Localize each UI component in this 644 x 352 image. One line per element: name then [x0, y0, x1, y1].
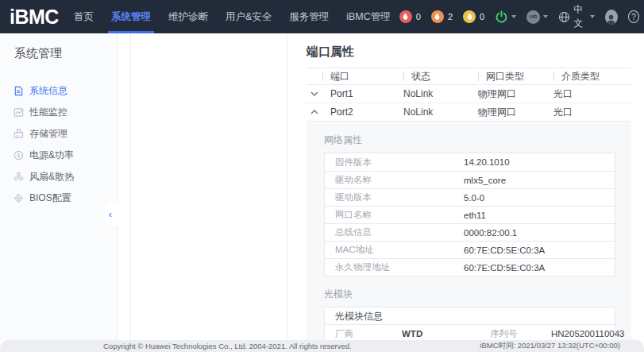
prop-value: 0000:82:00.1: [464, 228, 615, 238]
sidebar-item-performance[interactable]: 性能监控: [0, 102, 117, 123]
vendor-label: 厂商: [325, 328, 402, 340]
document-icon: [13, 86, 24, 96]
power-circle-icon: [13, 150, 24, 161]
line-chart-icon: [13, 107, 24, 118]
sidebar-item-system-info[interactable]: 系统信息: [0, 80, 117, 102]
column-header-status: 状态: [403, 70, 478, 83]
port-media: 光口: [553, 106, 631, 119]
major-alarm-button[interactable]: 2: [431, 10, 453, 23]
network-props-title: 网络属性: [324, 133, 615, 147]
prop-value: mlx5_core: [464, 176, 615, 185]
port-type: 物理网口: [478, 87, 553, 101]
nav-ibmc-management[interactable]: iBMC管理: [337, 0, 399, 33]
gear-icon: [13, 193, 24, 203]
network-props-table: 固件版本 14.20.1010 驱动名称 mlx5_core 驱动版本 5.0-…: [324, 153, 615, 277]
sidebar-item-label: 系统信息: [29, 84, 67, 98]
column-header-media-type: 介质类型: [553, 70, 631, 83]
sidebar-item-label: 风扇&散热: [29, 170, 74, 184]
major-alarm-count: 2: [448, 12, 453, 21]
port-media: 光口: [553, 87, 631, 101]
chevron-down-icon: [511, 15, 516, 18]
prop-value: 60:7E:CD:5E:C0:3A: [464, 263, 615, 273]
sidebar-item-power[interactable]: 电源&功率: [0, 145, 117, 166]
ibmc-time-label: iBMC时间:: [480, 341, 515, 350]
sidebar-item-bios[interactable]: BIOS配置: [0, 188, 117, 209]
ibmc-time-value: 2021/03/27 13:32(UTC+00:00): [518, 341, 620, 350]
port-table-header: 端口 状态 网口类型 介质类型: [307, 68, 631, 85]
prop-label: 驱动版本: [325, 191, 464, 203]
nav-service-management[interactable]: 服务管理: [280, 0, 337, 33]
serial-value: HN205200110043: [551, 329, 625, 338]
chevron-down-icon: [310, 91, 318, 96]
column-header-port-type: 网口类型: [478, 70, 553, 83]
column-header-port: 端口: [322, 70, 403, 83]
sidebar: 系统管理 系统信息 性能监控 存储管理: [0, 33, 118, 340]
page-title: 端口属性: [307, 44, 631, 60]
chevron-down-icon: [543, 15, 548, 18]
port-properties-panel: 端口属性 端口 状态 网口类型 介质类型 Port1 NoLink 物理网口 光…: [294, 33, 644, 340]
critical-alarm-button[interactable]: 0: [399, 10, 421, 23]
prop-row-mac-address: MAC地址 60:7E:CD:5E:C0:3A: [325, 241, 615, 258]
secondary-panel: [130, 33, 287, 340]
prop-label: 固件版本: [325, 157, 464, 168]
globe-icon: [558, 11, 570, 23]
port-name: Port2: [322, 106, 403, 118]
top-navbar: iBMC 首页 系统管理 维护诊断 用户&安全 服务管理 iBMC管理 0 2: [0, 0, 644, 33]
help-button[interactable]: ?: [628, 10, 639, 23]
prop-label: 驱动名称: [325, 174, 464, 186]
prop-value: eth11: [464, 211, 615, 220]
critical-alarm-icon: [399, 10, 412, 23]
user-avatar[interactable]: [605, 10, 618, 25]
language-selector[interactable]: 中文: [558, 3, 595, 30]
sidebar-item-label: 性能监控: [29, 106, 67, 119]
vendor-value: WTD: [402, 329, 480, 338]
optical-module-title: 光模块: [324, 288, 615, 301]
prop-value: 60:7E:CD:5E:C0:3A: [464, 246, 615, 255]
nav-maintenance-diagnostics[interactable]: 维护诊断: [160, 0, 217, 33]
nav-user-security[interactable]: 用户&安全: [217, 0, 280, 33]
uid-control-dropdown[interactable]: UID: [526, 10, 548, 24]
storage-icon: [13, 129, 24, 139]
sidebar-item-fans[interactable]: 风扇&散热: [0, 166, 117, 188]
serial-label: 序列号: [480, 328, 551, 340]
major-alarm-icon: [431, 10, 444, 23]
prop-row-bus-info: 总线信息 0000:82:00.1: [325, 223, 615, 241]
optical-module-subheader: 光模块信息: [325, 308, 615, 325]
table-row-port2[interactable]: Port2 NoLink 物理网口 光口: [307, 103, 631, 122]
ibmc-logo[interactable]: iBMC: [10, 0, 59, 33]
chevron-left-icon: ‹: [109, 208, 112, 220]
uid-icon: UID: [526, 10, 540, 24]
prop-label: 网口名称: [325, 209, 464, 221]
topbar-actions: 0 2 0: [399, 3, 639, 30]
prop-label: MAC地址: [325, 244, 464, 256]
prop-row-driver-name: 驱动名称 mlx5_core: [325, 171, 615, 188]
sidebar-collapse-button[interactable]: ‹: [103, 201, 118, 226]
sidebar-menu: 系统信息 性能监控 存储管理 电源&功率: [0, 80, 117, 209]
optical-module-table: 光模块信息 厂商 WTD 序列号 HN205200110043: [324, 307, 615, 340]
prop-value: 5.0-0: [464, 193, 615, 203]
nav-home[interactable]: 首页: [65, 0, 102, 33]
power-control-dropdown[interactable]: [495, 10, 516, 24]
port-name: Port1: [322, 88, 403, 99]
optical-module-row: 厂商 WTD 序列号 HN205200110043: [325, 325, 615, 340]
language-label: 中文: [573, 3, 587, 30]
port-type: 物理网口: [478, 106, 553, 119]
footer: Copyright © Huawei Technologies Co., Ltd…: [0, 340, 644, 352]
critical-alarm-count: 0: [416, 12, 421, 21]
sidebar-item-storage[interactable]: 存储管理: [0, 123, 117, 145]
chevron-up-icon: [310, 110, 318, 114]
copyright-text: Copyright © Huawei Technologies Co., Ltd…: [103, 342, 352, 350]
main-nav: 首页 系统管理 维护诊断 用户&安全 服务管理 iBMC管理: [65, 0, 399, 33]
prop-row-permanent-mac: 永久物理地址 60:7E:CD:5E:C0:3A: [325, 258, 615, 276]
question-mark-icon: ?: [631, 13, 636, 21]
prop-row-firmware: 固件版本 14.20.1010: [325, 153, 615, 171]
nav-system-management[interactable]: 系统管理: [102, 0, 160, 33]
table-row-port1[interactable]: Port1 NoLink 物理网口 光口: [307, 85, 631, 103]
prop-value: 14.20.1010: [464, 157, 615, 167]
power-icon: [495, 10, 508, 24]
ibmc-screen: iBMC 首页 系统管理 维护诊断 用户&安全 服务管理 iBMC管理 0 2: [0, 0, 644, 352]
port2-detail-panel: 网络属性 固件版本 14.20.1010 驱动名称 mlx5_core 驱动版本…: [307, 122, 631, 340]
minor-alarm-button[interactable]: 0: [463, 10, 484, 23]
sidebar-item-label: 存储管理: [29, 127, 67, 141]
fan-icon: [13, 172, 24, 182]
